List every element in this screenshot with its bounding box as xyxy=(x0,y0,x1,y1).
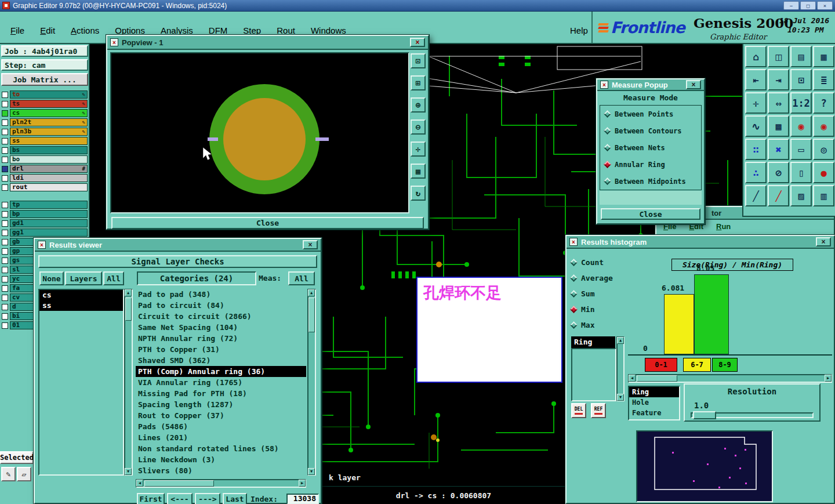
stat-option[interactable]: Count xyxy=(571,257,613,267)
layer-checkbox[interactable] xyxy=(2,295,8,301)
next-button[interactable]: ---> xyxy=(195,493,220,504)
layer-checkbox[interactable] xyxy=(2,119,8,126)
tool-button[interactable]: ∴ xyxy=(745,162,767,183)
layer-row[interactable]: pln3b ✎ xyxy=(0,128,89,136)
stat-option[interactable]: Sum xyxy=(571,288,613,299)
menu-step[interactable]: Step xyxy=(243,26,261,35)
menu-options[interactable]: Options xyxy=(115,26,145,35)
layer-checkbox[interactable] xyxy=(2,285,8,292)
pencil-tool-button[interactable]: ✎ xyxy=(1,467,16,481)
layer-checkbox[interactable] xyxy=(2,175,8,182)
tool-button[interactable]: ? xyxy=(813,92,834,114)
category-scrollbar[interactable]: ▲▼ xyxy=(307,289,316,476)
layer-checkbox[interactable] xyxy=(2,129,8,135)
layer-row[interactable]: drl # xyxy=(0,165,89,173)
layer-checkbox[interactable] xyxy=(2,202,8,208)
measure-mode-option[interactable]: Between Nets xyxy=(600,139,701,156)
category-row[interactable]: Shaved SMD (362) xyxy=(136,355,306,366)
menu-edit[interactable]: Edit xyxy=(40,26,55,35)
tool-button[interactable]: ▩ xyxy=(768,115,789,137)
del-button[interactable]: DEL xyxy=(571,403,586,418)
category-row[interactable]: Rout to Copper (37) xyxy=(136,410,306,421)
filter-none-button[interactable]: None xyxy=(39,271,64,285)
tool-button[interactable]: ⌂ xyxy=(745,46,767,67)
stat-option[interactable]: Min xyxy=(571,304,613,314)
layer-checkbox[interactable] xyxy=(2,313,8,320)
results-histogram-close-icon[interactable]: × xyxy=(816,237,831,246)
tool-button[interactable]: ▭ xyxy=(790,139,812,160)
window-icon[interactable]: × xyxy=(110,38,118,46)
layer-checkbox[interactable] xyxy=(2,248,8,255)
tool-button[interactable]: ⊡ xyxy=(790,69,812,90)
layer-checkbox[interactable] xyxy=(2,92,8,98)
menu-help[interactable]: Help xyxy=(570,26,588,35)
popview-tool-button[interactable]: ⊖ xyxy=(411,119,426,135)
layer-row[interactable]: to ✎ xyxy=(0,90,89,99)
layer-checkbox[interactable] xyxy=(2,147,8,154)
layer-checkbox[interactable] xyxy=(2,267,8,273)
layer-checkbox[interactable] xyxy=(2,322,8,329)
layer-checkbox[interactable] xyxy=(2,220,8,227)
tool-button[interactable]: ◉ xyxy=(813,115,834,137)
tool-button[interactable]: ◉ xyxy=(790,115,812,137)
tool-button[interactable]: ⇥ xyxy=(768,69,789,90)
menu-analysis[interactable]: Analysis xyxy=(161,26,193,35)
layer-checkbox[interactable] xyxy=(2,110,8,117)
layer-row[interactable]: pln2t ✎ xyxy=(0,118,89,126)
measure-mode-option[interactable]: Between Contours xyxy=(600,122,701,139)
layer-checkbox[interactable] xyxy=(2,138,8,144)
checked-layer-row[interactable]: cs xyxy=(39,290,123,300)
ring-list-box[interactable] xyxy=(571,348,616,401)
window-icon[interactable]: × xyxy=(38,241,46,249)
layer-row[interactable]: bp xyxy=(0,210,89,218)
tool-button[interactable]: ⊘ xyxy=(768,162,789,183)
tool-button[interactable]: ∿ xyxy=(745,115,767,137)
menu-file[interactable]: File xyxy=(10,26,24,35)
maximize-button[interactable]: □ xyxy=(800,1,816,10)
menu-windows[interactable]: Windows xyxy=(311,26,346,35)
layer-row[interactable]: cs ✎ xyxy=(0,109,89,117)
category-row[interactable]: Non standard rotated lines (58) xyxy=(136,443,306,454)
popview-tool-button[interactable]: ⊕ xyxy=(411,97,426,113)
checked-layer-row[interactable]: ss xyxy=(39,300,123,311)
tool-button[interactable]: ∷ xyxy=(745,139,767,160)
first-button[interactable]: First xyxy=(137,493,165,504)
layer-checkbox[interactable] xyxy=(2,101,8,107)
resolution-slider-thumb[interactable] xyxy=(693,411,716,419)
left-list-scrollbar[interactable]: ▲▼ xyxy=(124,289,133,476)
histogram-hscrollbar[interactable]: ◀▶ xyxy=(628,374,832,383)
tool-button[interactable]: ╱ xyxy=(768,185,789,206)
category-row[interactable]: Pad to circuit (84) xyxy=(136,300,306,311)
category-hscrollbar[interactable]: ◀▶ xyxy=(136,479,306,488)
category-row[interactable]: VIA Annular ring (1765) xyxy=(136,377,306,388)
tool-button[interactable]: ◫ xyxy=(768,46,789,67)
filter-all-button[interactable]: All xyxy=(103,271,124,285)
category-row[interactable]: Slivers (80) xyxy=(136,465,306,476)
tool-button[interactable]: ▥ xyxy=(813,185,834,206)
category-row[interactable]: Missing Pad for PTH (18) xyxy=(136,388,306,399)
stat-option[interactable]: Max xyxy=(571,320,613,330)
layer-checkbox[interactable] xyxy=(2,276,8,282)
job-matrix-button[interactable]: Job Matrix ... xyxy=(1,73,88,86)
menu-actions[interactable]: Actions xyxy=(71,26,99,35)
tool-button[interactable]: ▯ xyxy=(790,162,812,183)
layer-row[interactable]: gd1 xyxy=(0,219,89,227)
category-row[interactable]: Lines (201) xyxy=(136,432,306,443)
layer-checkbox[interactable] xyxy=(2,304,8,310)
tool-button[interactable]: ✖ xyxy=(768,139,789,160)
prev-button[interactable]: <--- xyxy=(167,493,193,504)
measure-mode-option[interactable]: Between Points xyxy=(600,106,701,122)
layer-row[interactable]: tp xyxy=(0,201,89,209)
category-row[interactable]: Spacing length (1287) xyxy=(136,399,306,410)
category-row[interactable]: PTH (Comp) Annular ring (36) xyxy=(136,366,306,377)
tool-button[interactable]: ╱ xyxy=(745,185,767,206)
popview-tool-button[interactable]: ▦ xyxy=(411,164,426,179)
layer-row[interactable]: bo xyxy=(0,155,89,164)
category-row[interactable]: Pad to pad (348) xyxy=(136,289,306,300)
feature-row[interactable]: Feature xyxy=(629,408,679,418)
board-preview[interactable] xyxy=(636,430,773,502)
measure-mode-option[interactable]: Annular Ring xyxy=(600,156,701,173)
category-row[interactable]: NPTH Annular ring (72) xyxy=(136,333,306,344)
close-button[interactable]: × xyxy=(817,1,833,10)
layer-checkbox[interactable] xyxy=(2,166,8,172)
